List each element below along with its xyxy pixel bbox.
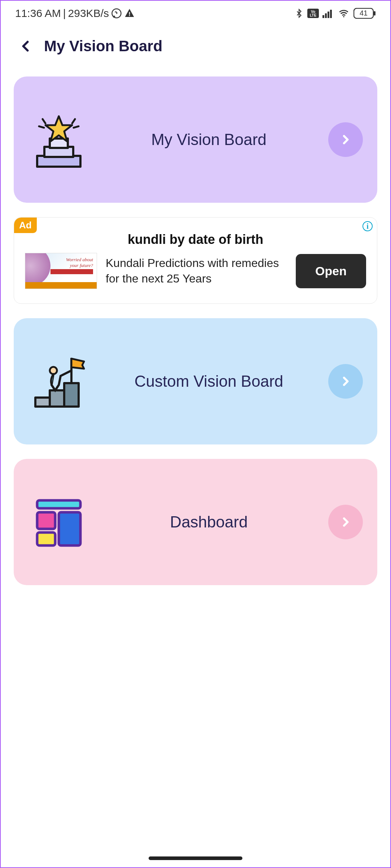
- card-arrow-button[interactable]: [328, 505, 363, 539]
- status-left: 11:36 AM | 293KB/s: [15, 7, 135, 19]
- card-dashboard[interactable]: Dashboard: [14, 459, 377, 585]
- svg-rect-26: [37, 500, 80, 508]
- ad-thumbnail: Worried about your future?: [25, 253, 97, 289]
- svg-point-10: [343, 16, 344, 18]
- wifi-icon: [338, 8, 350, 18]
- card-label: My Vision Board: [89, 131, 328, 149]
- svg-point-25: [50, 367, 57, 374]
- status-time: 11:36 AM: [15, 7, 61, 19]
- status-separator: |: [63, 7, 66, 19]
- bluetooth-icon: [294, 8, 304, 19]
- app-header: My Vision Board: [1, 23, 390, 66]
- ad-badge: Ad: [14, 218, 37, 233]
- ad-body: Worried about your future? Kundali Predi…: [25, 253, 366, 289]
- cards-container: My Vision Board Ad i kundli by date of b…: [1, 66, 390, 585]
- svg-line-17: [43, 119, 45, 123]
- svg-rect-7: [325, 13, 327, 18]
- svg-rect-6: [322, 15, 324, 18]
- ad-title: kundli by date of birth: [25, 232, 366, 247]
- dashboard-tiles-icon: [28, 491, 89, 553]
- svg-line-19: [72, 119, 75, 123]
- svg-rect-2: [129, 15, 130, 16]
- svg-text:LTE: LTE: [310, 13, 316, 17]
- card-arrow-button[interactable]: [328, 364, 363, 399]
- page-title: My Vision Board: [44, 38, 162, 55]
- svg-rect-1: [129, 12, 130, 15]
- svg-line-18: [39, 126, 44, 128]
- chevron-left-icon: [19, 40, 32, 53]
- battery-text: 41: [360, 9, 368, 17]
- warning-icon: [124, 8, 135, 19]
- svg-rect-9: [330, 10, 332, 18]
- chevron-right-icon: [339, 375, 352, 387]
- battery-icon: 41: [353, 8, 376, 19]
- card-label: Custom Vision Board: [89, 372, 328, 390]
- status-data-rate: 293KB/s: [68, 7, 109, 19]
- svg-rect-29: [59, 512, 80, 545]
- status-bar: 11:36 AM | 293KB/s VoLTE 41: [1, 1, 390, 23]
- svg-rect-27: [37, 512, 55, 529]
- home-indicator[interactable]: [149, 856, 242, 860]
- volte-icon: VoLTE: [307, 9, 319, 18]
- whatsapp-icon: [111, 8, 122, 19]
- ad-card[interactable]: Ad i kundli by date of birth Worried abo…: [14, 217, 377, 304]
- status-right: VoLTE 41: [294, 8, 376, 19]
- ad-info-icon[interactable]: i: [363, 221, 373, 231]
- person-flag-icon: [28, 351, 89, 412]
- card-arrow-button[interactable]: [328, 122, 363, 157]
- card-label: Dashboard: [89, 513, 328, 531]
- svg-rect-22: [50, 390, 64, 407]
- chevron-right-icon: [339, 133, 352, 146]
- svg-rect-8: [328, 12, 329, 18]
- ad-open-button[interactable]: Open: [296, 254, 366, 288]
- svg-line-20: [74, 126, 79, 128]
- svg-rect-23: [64, 383, 79, 407]
- svg-rect-28: [37, 532, 55, 545]
- ad-thumb-line1: Worried about: [66, 257, 93, 263]
- svg-rect-12: [374, 11, 375, 16]
- chevron-right-icon: [339, 516, 352, 528]
- card-my-vision-board[interactable]: My Vision Board: [14, 76, 377, 203]
- card-custom-vision-board[interactable]: Custom Vision Board: [14, 318, 377, 444]
- ad-thumb-line2: your future?: [70, 263, 93, 268]
- back-button[interactable]: [18, 38, 34, 54]
- signal-icon: [322, 9, 334, 18]
- svg-rect-21: [35, 398, 50, 407]
- trophy-star-icon: [28, 109, 89, 170]
- ad-description: Kundali Predictions with remedies for th…: [106, 255, 287, 286]
